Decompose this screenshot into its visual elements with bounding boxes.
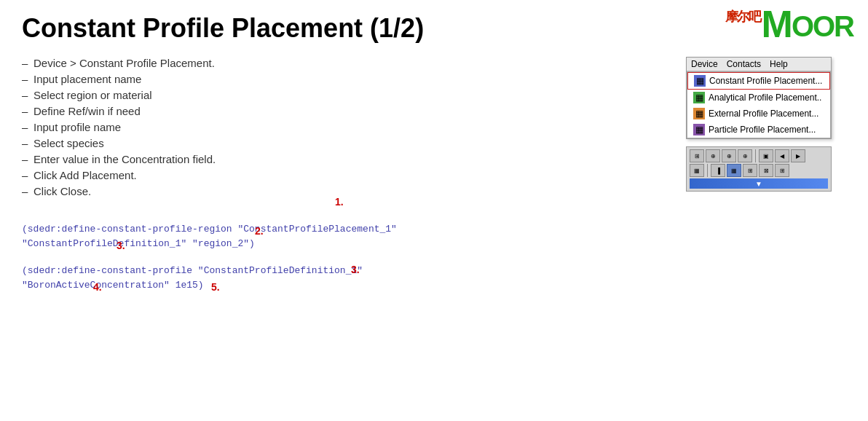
menu-icon-particle: ▦ — [693, 124, 705, 135]
list-item: Select region or material — [22, 89, 671, 101]
list-item: Click Add Placement. — [22, 169, 671, 181]
toolbar-bar-arrow: ▼ — [755, 180, 762, 188]
toolbar-btn[interactable]: ⊞ — [775, 164, 789, 177]
list-item: Define Ref/win if need — [22, 105, 671, 117]
toolbar-btn[interactable]: ⊞ — [690, 149, 704, 162]
menu-item-analytical[interactable]: ▦ Analytical Profile Placement.. — [687, 90, 830, 106]
menu-help[interactable]: Help — [770, 59, 788, 69]
toolbar-btn[interactable]: ▦ — [690, 164, 704, 177]
list-item: Enter value in the Concentration field. — [22, 153, 671, 165]
menu-item-label: Particle Profile Placement... — [709, 125, 816, 135]
toolbar-btn[interactable]: ⊠ — [759, 164, 773, 177]
page-title: Constant Profile Placement (1/2) — [22, 13, 846, 44]
menu-item-label: Analytical Profile Placement.. — [709, 93, 821, 103]
code-line: "BoronActiveConcentration" 1e15) 4. 5. — [22, 278, 671, 293]
list-item: Click Close. — [22, 185, 671, 197]
toolbar-btn[interactable]: ▶ — [791, 149, 805, 162]
logo-m: M — [762, 7, 792, 42]
code-section: 1. (sdedr:define-constant-profile-region… — [22, 208, 671, 292]
toolbar-btn[interactable]: ⊞ — [743, 164, 757, 177]
toolbar-btn[interactable]: ⊕ — [722, 149, 736, 162]
list-item: Input placement name — [22, 73, 671, 85]
toolbar-row-1: ⊞ ⊕ ⊕ ⊕ ▣ ◀ ▶ — [690, 149, 828, 162]
annotation-3-right: 3. — [351, 262, 360, 278]
bullet-list: Device > Constant Profile Placement. Inp… — [22, 57, 671, 197]
toolbar-btn-active[interactable]: ▦ — [727, 164, 741, 177]
toolbar-row-2: ▦ ▐ ▦ ⊞ ⊠ ⊞ — [690, 164, 828, 177]
annotation-5: 5. — [211, 280, 220, 295]
toolbar-btn[interactable]: ▐ — [711, 164, 725, 177]
annotation-2: 2. — [255, 224, 264, 239]
toolbar-btn[interactable]: ⊕ — [706, 149, 720, 162]
menu-screenshot: Device Contacts Help ▦ Constant Profile … — [686, 57, 832, 139]
code-line: (sdedr:define-constant-profile-region "C… — [22, 222, 671, 237]
toolbar-screenshot: ⊞ ⊕ ⊕ ⊕ ▣ ◀ ▶ ▦ ▐ ▦ ⊞ ⊠ ⊞ — [686, 146, 832, 192]
right-panel: Device Contacts Help ▦ Constant Profile … — [686, 57, 846, 305]
code-line: "ConstantProfileDefinition_1" "region_2"… — [22, 237, 671, 251]
menu-item-label: Constant Profile Placement... — [709, 76, 822, 86]
annotation-1: 1. — [335, 194, 344, 210]
menu-item-external[interactable]: ▦ External Profile Placement... — [687, 106, 830, 122]
logo-prefix: 摩尔吧 — [725, 10, 760, 23]
toolbar-btn[interactable]: ▣ — [759, 149, 773, 162]
toolbar-blue-bar: ▼ — [690, 178, 828, 189]
list-item: Device > Constant Profile Placement. — [22, 57, 671, 69]
menu-icon-constant: ▦ — [694, 75, 706, 87]
menu-item-particle[interactable]: ▦ Particle Profile Placement... — [687, 122, 830, 138]
list-item: Select species — [22, 137, 671, 149]
code-block-1: 1. (sdedr:define-constant-profile-region… — [22, 208, 671, 251]
code-block-2: (sdedr:define-constant-profile "Constant… — [22, 264, 671, 292]
page-container: 摩尔吧 M OOR Constant Profile Placement (1/… — [0, 0, 868, 421]
menu-contacts[interactable]: Contacts — [727, 59, 761, 69]
annotation-4: 4. — [93, 280, 102, 295]
menu-items: ▦ Constant Profile Placement... ▦ Analyt… — [687, 71, 831, 138]
code-line: (sdedr:define-constant-profile "Constant… — [22, 264, 671, 278]
toolbar-divider — [755, 149, 756, 162]
annotation-3-left: 3. — [117, 238, 125, 253]
toolbar-divider — [707, 164, 708, 177]
logo: 摩尔吧 M OOR — [725, 7, 853, 42]
left-panel: Device > Constant Profile Placement. Inp… — [22, 57, 671, 305]
toolbar-btn[interactable]: ⊕ — [738, 149, 752, 162]
logo-oor: OOR — [792, 13, 853, 39]
content-area: Device > Constant Profile Placement. Inp… — [22, 57, 846, 305]
menu-item-label: External Profile Placement... — [709, 109, 818, 119]
menu-icon-analytical: ▦ — [693, 92, 705, 103]
toolbar-btn[interactable]: ◀ — [775, 149, 789, 162]
menu-device[interactable]: Device — [691, 59, 718, 69]
menu-item-constant-profile[interactable]: ▦ Constant Profile Placement... — [687, 72, 830, 90]
menu-bar: Device Contacts Help — [687, 58, 831, 71]
menu-icon-external: ▦ — [693, 108, 705, 119]
list-item: Input profile name — [22, 121, 671, 133]
